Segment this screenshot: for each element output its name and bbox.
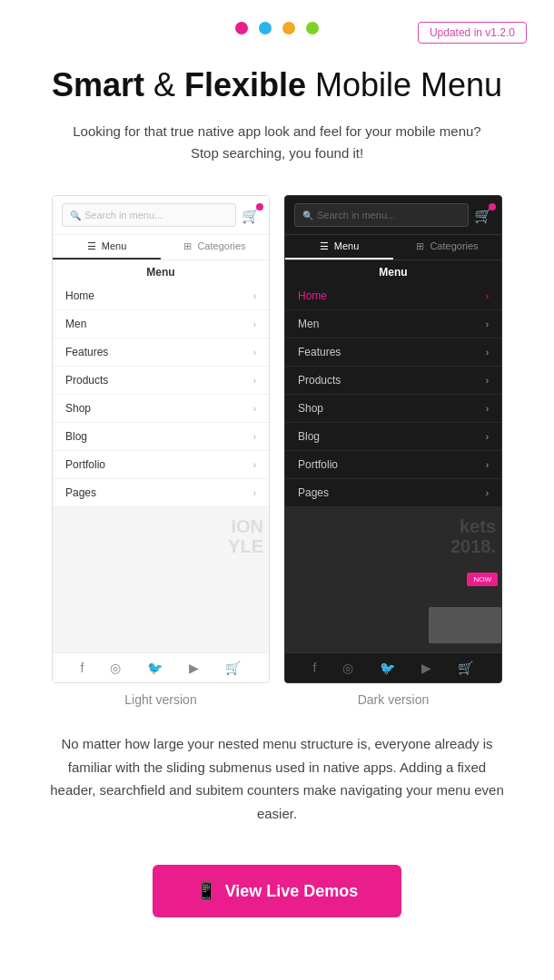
description-text: No matter how large your nested menu str… bbox=[45, 732, 509, 825]
dark-screenshot-container: 🔍 Search in menu... 🛒 ☰ Menu ⊞ Categorie… bbox=[284, 195, 502, 707]
dark-menu-item-shop[interactable]: Shop› bbox=[285, 395, 501, 423]
light-item-men-label: Men bbox=[65, 318, 86, 330]
dark-item-products-label: Products bbox=[298, 374, 341, 387]
dark-menu-item-home[interactable]: Home› bbox=[285, 282, 501, 310]
light-search-icon: 🔍 bbox=[70, 211, 81, 220]
dark-item-features-label: Features bbox=[298, 346, 341, 358]
dark-mock-header: 🔍 Search in menu... 🛒 bbox=[285, 196, 501, 235]
dark-search-field[interactable]: 🔍 Search in menu... bbox=[294, 203, 469, 227]
light-tab-menu[interactable]: ☰ Menu bbox=[53, 235, 161, 260]
dark-tab-menu-label: Menu bbox=[334, 240, 360, 251]
dark-item-blog-chevron: › bbox=[486, 432, 489, 442]
dark-instagram-icon: ◎ bbox=[342, 661, 353, 675]
dark-menu-item-men[interactable]: Men› bbox=[285, 310, 501, 338]
light-item-features-chevron: › bbox=[253, 348, 256, 358]
dark-cart-footer-icon: 🛒 bbox=[458, 661, 473, 675]
light-item-shop-chevron: › bbox=[253, 404, 256, 414]
light-item-blog-label: Blog bbox=[65, 430, 87, 443]
dot-yellow bbox=[282, 22, 295, 34]
main-title: Smart & Flexible Mobile Menu bbox=[36, 65, 518, 104]
light-footer: f ◎ 🐦 ▶ 🛒 bbox=[53, 652, 269, 682]
title-connector: & bbox=[144, 66, 184, 103]
light-item-products-label: Products bbox=[65, 374, 108, 387]
dark-item-blog-label: Blog bbox=[298, 430, 320, 443]
light-tabs[interactable]: ☰ Menu ⊞ Categories bbox=[53, 235, 269, 260]
light-cart-icon[interactable]: 🛒 bbox=[242, 207, 260, 224]
dot-blue bbox=[259, 22, 272, 34]
light-phone-mock: 🔍 Search in menu... 🛒 ☰ Menu ⊞ Categorie… bbox=[52, 195, 270, 683]
light-item-portfolio-chevron: › bbox=[253, 460, 256, 470]
dark-menu-item-pages[interactable]: Pages› bbox=[285, 479, 501, 507]
dark-tab-categories[interactable]: ⊞ Categories bbox=[393, 235, 501, 260]
dark-item-shop-chevron: › bbox=[486, 404, 489, 414]
dark-tabs[interactable]: ☰ Menu ⊞ Categories bbox=[285, 235, 501, 260]
light-mock-header: 🔍 Search in menu... 🛒 bbox=[53, 196, 269, 235]
light-menu-items: Home› Men› Features› Products› Shop› Blo… bbox=[53, 282, 269, 507]
title-bold1: Smart bbox=[52, 66, 144, 103]
light-cart-badge bbox=[256, 203, 263, 211]
light-screenshot-container: 🔍 Search in menu... 🛒 ☰ Menu ⊞ Categorie… bbox=[52, 195, 270, 707]
light-facebook-icon: f bbox=[81, 661, 84, 675]
view-demos-button[interactable]: 📱 View Live Demos bbox=[153, 865, 402, 917]
light-menu-item-portfolio[interactable]: Portfolio› bbox=[53, 451, 269, 479]
dark-bg-shoe bbox=[429, 607, 501, 643]
dark-menu-title: Menu bbox=[285, 260, 501, 282]
light-item-blog-chevron: › bbox=[253, 432, 256, 442]
dark-item-portfolio-chevron: › bbox=[486, 460, 489, 470]
light-bg-content: IONYLE bbox=[53, 507, 269, 652]
dark-menu-items: Home› Men› Features› Products› Shop› Blo… bbox=[285, 282, 501, 507]
dark-search-icon: 🔍 bbox=[302, 211, 313, 220]
light-menu-item-pages[interactable]: Pages› bbox=[53, 479, 269, 507]
dark-item-men-label: Men bbox=[298, 318, 319, 330]
light-youtube-icon: ▶ bbox=[189, 661, 199, 675]
dark-item-men-chevron: › bbox=[486, 319, 489, 329]
subtitle-text: Looking for that true native app look an… bbox=[59, 121, 495, 164]
light-menu-item-features[interactable]: Features› bbox=[53, 338, 269, 367]
light-menu-item-men[interactable]: Men› bbox=[53, 310, 269, 338]
light-tab-menu-label: Menu bbox=[102, 240, 127, 251]
dark-item-home-label: Home bbox=[298, 289, 327, 302]
light-item-shop-label: Shop bbox=[65, 402, 91, 415]
light-item-features-label: Features bbox=[65, 346, 108, 358]
dark-cart-icon[interactable]: 🛒 bbox=[474, 207, 492, 224]
title-bold2: Flexible bbox=[184, 66, 306, 103]
light-search-field[interactable]: 🔍 Search in menu... bbox=[62, 203, 236, 227]
light-item-products-chevron: › bbox=[253, 376, 256, 386]
light-instagram-icon: ◎ bbox=[110, 661, 121, 675]
description-section: No matter how large your nested menu str… bbox=[0, 714, 554, 843]
phone-icon: 📱 bbox=[196, 881, 216, 901]
dark-item-shop-label: Shop bbox=[298, 402, 323, 415]
light-menu-item-blog[interactable]: Blog› bbox=[53, 423, 269, 451]
light-item-home-label: Home bbox=[65, 289, 94, 302]
light-categories-icon: ⊞ bbox=[183, 240, 192, 251]
dark-categories-icon: ⊞ bbox=[416, 240, 424, 251]
light-menu-item-products[interactable]: Products› bbox=[53, 367, 269, 395]
light-tab-categories-label: Categories bbox=[197, 240, 245, 251]
light-menu-item-shop[interactable]: Shop› bbox=[53, 395, 269, 423]
light-menu-item-home[interactable]: Home› bbox=[53, 282, 269, 310]
light-item-pages-chevron: › bbox=[253, 488, 256, 498]
dark-search-placeholder: Search in menu... bbox=[317, 210, 395, 220]
dark-youtube-icon: ▶ bbox=[421, 661, 431, 675]
light-search-placeholder: Search in menu... bbox=[84, 210, 163, 220]
title-rest: Mobile Menu bbox=[306, 66, 502, 103]
light-item-men-chevron: › bbox=[253, 319, 256, 329]
dark-item-pages-label: Pages bbox=[298, 486, 329, 499]
dark-menu-item-features[interactable]: Features› bbox=[285, 338, 501, 367]
light-label: Light version bbox=[124, 692, 196, 707]
dark-item-pages-chevron: › bbox=[486, 488, 489, 498]
dark-menu-item-portfolio[interactable]: Portfolio› bbox=[285, 451, 501, 479]
dark-tab-menu[interactable]: ☰ Menu bbox=[285, 235, 393, 260]
dark-item-products-chevron: › bbox=[486, 376, 489, 386]
cta-label: View Live Demos bbox=[225, 882, 359, 901]
dark-menu-item-blog[interactable]: Blog› bbox=[285, 423, 501, 451]
dark-phone-mock: 🔍 Search in menu... 🛒 ☰ Menu ⊞ Categorie… bbox=[284, 195, 502, 683]
light-tab-categories[interactable]: ⊞ Categories bbox=[161, 235, 269, 260]
dark-twitter-icon: 🐦 bbox=[380, 661, 395, 675]
dark-item-home-chevron: › bbox=[486, 291, 489, 301]
title-section: Smart & Flexible Mobile Menu Looking for… bbox=[0, 44, 554, 173]
dark-facebook-icon: f bbox=[313, 661, 317, 675]
screenshots-section: 🔍 Search in menu... 🛒 ☰ Menu ⊞ Categorie… bbox=[0, 173, 554, 714]
dark-menu-item-products[interactable]: Products› bbox=[285, 367, 501, 395]
light-item-pages-label: Pages bbox=[65, 486, 96, 499]
